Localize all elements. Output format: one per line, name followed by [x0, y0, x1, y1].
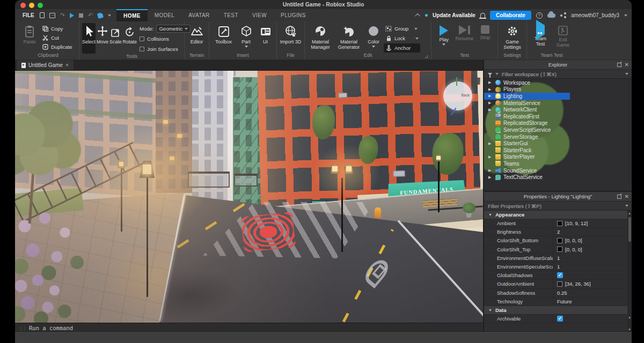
- section-appearance[interactable]: ▼Appearance: [484, 211, 627, 219]
- toolbox-button[interactable]: Toolbox: [213, 23, 235, 53]
- property-row-ambient[interactable]: Ambient [10, 9, 12]: [484, 219, 627, 228]
- cut-button[interactable]: Cut: [40, 33, 74, 42]
- tree-item-starterplayer[interactable]: ▶StarterPlayer: [484, 154, 570, 161]
- lock-button[interactable]: Lock: [384, 34, 420, 43]
- collaborate-button[interactable]: Collaborate: [490, 11, 531, 20]
- color-caret-icon[interactable]: [372, 46, 375, 48]
- property-row-environmentspecularscale[interactable]: EnvironmentSpecularScale 1: [484, 263, 627, 271]
- stop-button[interactable]: Stop: [475, 23, 495, 53]
- section-data[interactable]: ▼Data: [484, 306, 627, 315]
- move-tool-button[interactable]: Move: [97, 23, 108, 54]
- tab-model[interactable]: MODEL: [148, 9, 182, 21]
- explorer-close-icon[interactable]: ✕: [625, 62, 629, 68]
- play-caret-icon[interactable]: [442, 43, 445, 46]
- tree-item-materialservice[interactable]: ▶MaterialService: [484, 100, 570, 107]
- paste-button[interactable]: Paste: [20, 23, 39, 53]
- tree-item-soundservice[interactable]: ▶SoundService: [484, 167, 570, 174]
- select-tool-button[interactable]: Select: [82, 23, 96, 54]
- explorer-filter-caret-icon[interactable]: [625, 73, 628, 75]
- import-3d-button[interactable]: Import 3D: [280, 23, 302, 53]
- tab-test[interactable]: TEST: [217, 9, 245, 21]
- color-swatch[interactable]: [557, 281, 562, 287]
- document-tab-untitled-game[interactable]: Untitled Game ×: [17, 60, 74, 70]
- property-row-brightness[interactable]: Brightness 2: [484, 228, 627, 236]
- tree-item-networkclient[interactable]: ▶NetworkClient: [484, 106, 570, 113]
- tree-item-teams[interactable]: Teams: [484, 160, 570, 167]
- notifications-bell-icon[interactable]: [480, 13, 485, 18]
- copy-button[interactable]: Copy: [40, 24, 74, 33]
- share-icon[interactable]: [560, 12, 566, 18]
- material-manager-button[interactable]: Material Manager: [308, 23, 333, 53]
- anchor-button[interactable]: Anchor: [384, 43, 420, 53]
- checkbox-checked-icon[interactable]: ✓: [557, 272, 563, 278]
- cloud-sync-icon[interactable]: [547, 13, 555, 18]
- lock-caret-icon[interactable]: [415, 38, 419, 40]
- command-bar-grip-icon[interactable]: ⋮⋮: [18, 325, 26, 331]
- properties-scrollbar[interactable]: ▲▼▼: [627, 211, 632, 332]
- tree-item-textchatservice[interactable]: ▶TextChatService: [484, 174, 570, 181]
- group-caret-icon[interactable]: [414, 28, 418, 30]
- tree-item-workspace[interactable]: ▶Workspace: [484, 79, 570, 86]
- scale-tool-button[interactable]: Scale: [109, 23, 122, 54]
- quick-stop-icon[interactable]: [79, 13, 83, 18]
- duplicate-button[interactable]: Duplicate: [40, 42, 74, 51]
- properties-close-icon[interactable]: ✕: [625, 194, 629, 199]
- tree-item-replicatedstorage[interactable]: ReplicatedStorage: [484, 120, 570, 127]
- tab-home[interactable]: HOME: [116, 9, 148, 21]
- user-menu-caret-icon[interactable]: [624, 14, 627, 17]
- resume-button[interactable]: Resume: [455, 23, 474, 53]
- color-swatch[interactable]: [557, 238, 562, 243]
- help-icon[interactable]: ?: [536, 12, 543, 19]
- terrain-editor-button[interactable]: Editor: [187, 23, 206, 53]
- property-row-shadowsoftness[interactable]: ShadowSoftness 0.25: [484, 289, 627, 297]
- viewcube[interactable]: Back: [443, 81, 472, 110]
- property-row-colorshift-bottom[interactable]: ColorShift_Bottom [0, 0, 0]: [484, 236, 627, 245]
- filter-funnel-icon[interactable]: [488, 73, 492, 76]
- group-button[interactable]: Group: [384, 24, 420, 33]
- ui-button[interactable]: UI: [258, 23, 274, 53]
- explorer-filter[interactable]: Filter workspace (⇧⌘X): [484, 70, 632, 79]
- username-label[interactable]: ameowth07_buddy3: [571, 12, 619, 18]
- tree-item-serverscriptservice[interactable]: ServerScriptService: [484, 126, 570, 133]
- properties-filter[interactable]: Filter Properties (⇧⌘P): [484, 202, 632, 211]
- explorer-popout-icon[interactable]: [617, 63, 621, 67]
- plugin-icon[interactable]: [97, 12, 104, 18]
- checkbox-checked-icon[interactable]: ✓: [557, 316, 563, 322]
- property-row-outdoorambient[interactable]: OutdoorAmbient [34, 26, 36]: [484, 280, 627, 288]
- game-settings-button[interactable]: Game Settings: [501, 23, 524, 53]
- property-row-globalshadows[interactable]: GlobalShadows ✓: [484, 271, 627, 280]
- properties-popout-icon[interactable]: [617, 195, 621, 199]
- material-generator-button[interactable]: Material Generator: [334, 23, 363, 53]
- tree-item-startergui[interactable]: ▶StarterGui: [484, 140, 570, 147]
- rotate-tool-button[interactable]: Rotate: [123, 23, 137, 54]
- new-file-icon[interactable]: [40, 12, 45, 18]
- tree-item-serverstorage[interactable]: ServerStorage: [484, 133, 570, 140]
- part-button[interactable]: Part: [237, 23, 256, 53]
- color-button[interactable]: Color: [364, 23, 383, 53]
- collapse-ribbon-icon[interactable]: [415, 13, 420, 19]
- command-bar[interactable]: ⋮⋮ Run a command: [15, 323, 483, 332]
- quick-play-icon[interactable]: [70, 13, 74, 18]
- property-row-archivable[interactable]: Archivable ✓: [484, 315, 627, 323]
- team-test-button[interactable]: ●● Team Test: [531, 23, 550, 53]
- part-caret-icon[interactable]: [245, 46, 248, 48]
- tab-plugins[interactable]: PLUGINS: [274, 9, 313, 21]
- redo-icon[interactable]: ↷: [60, 12, 65, 18]
- undo-icon[interactable]: ↶: [88, 12, 93, 18]
- edit-expand-icon[interactable]: [425, 55, 428, 58]
- tree-item-starterpack[interactable]: StarterPack: [484, 147, 570, 154]
- open-file-icon[interactable]: [49, 13, 55, 18]
- tree-item-replicatedfirst[interactable]: ReplicatedFirst: [484, 113, 570, 120]
- exit-game-button[interactable]: Exit Game: [553, 23, 573, 53]
- document-tab-close-icon[interactable]: ×: [65, 62, 69, 68]
- tree-item-players[interactable]: ▶Players: [484, 86, 570, 93]
- color-swatch[interactable]: [557, 221, 562, 226]
- tab-avatar[interactable]: AVATAR: [181, 9, 216, 21]
- file-menu-button[interactable]: FILE: [15, 12, 40, 18]
- update-available-link[interactable]: Update Available: [433, 12, 475, 18]
- property-row-colorshift-top[interactable]: ColorShift_Top [0, 0, 0]: [484, 245, 627, 254]
- property-row-technology[interactable]: Technology Future: [484, 297, 627, 306]
- play-button[interactable]: Play: [434, 23, 453, 53]
- toolbar-overflow-icon[interactable]: [108, 14, 111, 17]
- color-swatch[interactable]: [557, 247, 562, 252]
